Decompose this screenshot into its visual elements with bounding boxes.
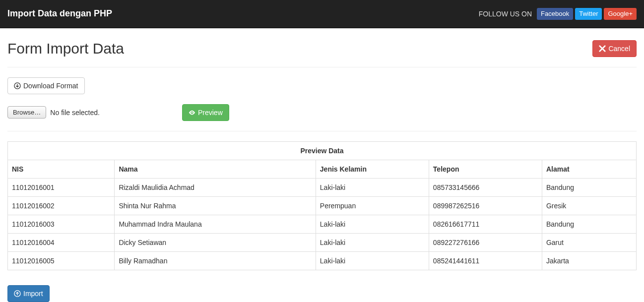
cell-nama: Rizaldi Maulidia Achmad — [115, 178, 316, 196]
preview-table: Preview Data NIS Nama Jenis Kelamin Tele… — [7, 141, 637, 270]
navbar-right: FOLLOW US ON Facebook Twitter Google+ — [479, 8, 637, 20]
import-label: Import — [23, 289, 43, 299]
twitter-button[interactable]: Twitter — [575, 8, 602, 20]
header-jk: Jenis Kelamin — [316, 160, 429, 178]
main-container: Form Import Data Cancel Download Format … — [0, 28, 644, 302]
cell-alamat: Gresik — [542, 196, 636, 215]
table-row: 11012016001 Rizaldi Maulidia Achmad Laki… — [8, 178, 637, 196]
table-body: 11012016001 Rizaldi Maulidia Achmad Laki… — [8, 178, 637, 270]
cell-nis: 11012016003 — [8, 215, 115, 233]
cell-alamat: Bandung — [542, 215, 636, 233]
facebook-button[interactable]: Facebook — [537, 8, 573, 20]
download-format-button[interactable]: Download Format — [7, 77, 85, 94]
download-format-label: Download Format — [23, 81, 78, 91]
cell-nis: 11012016004 — [8, 233, 115, 251]
upload-row: Browse… No file selected. Preview — [7, 104, 637, 121]
navbar-brand[interactable]: Import Data dengan PHP — [7, 0, 112, 28]
page-title: Form Import Data — [7, 38, 124, 60]
browse-button[interactable]: Browse… — [7, 106, 46, 119]
import-button[interactable]: Import — [7, 285, 50, 302]
cell-jk: Laki-laki — [316, 215, 429, 233]
cell-telepon: 089227276166 — [429, 233, 542, 251]
navbar: Import Data dengan PHP FOLLOW US ON Face… — [0, 0, 644, 28]
import-section: Import — [7, 285, 637, 302]
cell-telepon: 085733145666 — [429, 178, 542, 196]
cancel-button[interactable]: Cancel — [592, 40, 637, 57]
cell-telepon: 085241441611 — [429, 251, 542, 270]
cell-telepon: 082616617711 — [429, 215, 542, 233]
cell-jk: Perempuan — [316, 196, 429, 215]
preview-button[interactable]: Preview — [182, 104, 229, 121]
divider — [7, 131, 637, 131]
preview-label: Preview — [198, 108, 223, 118]
header-telepon: Telepon — [429, 160, 542, 178]
cell-nama: Dicky Setiawan — [115, 233, 316, 251]
follow-us-text: FOLLOW US ON — [479, 9, 532, 19]
table-row: 11012016003 Muhammad Indra Maulana Laki-… — [8, 215, 637, 233]
cell-alamat: Jakarta — [542, 251, 636, 270]
table-row: 11012016002 Shinta Nur Rahma Perempuan 0… — [8, 196, 637, 215]
header-nama: Nama — [115, 160, 316, 178]
table-title: Preview Data — [8, 141, 637, 160]
svg-point-1 — [192, 112, 193, 113]
close-icon — [599, 45, 606, 52]
file-selected-label: No file selected. — [50, 108, 100, 118]
cell-nis: 11012016005 — [8, 251, 115, 270]
eye-icon — [189, 109, 195, 116]
cell-telepon: 089987262516 — [429, 196, 542, 215]
cancel-label: Cancel — [608, 44, 630, 54]
cell-nama: Billy Ramadhan — [115, 251, 316, 270]
cell-nama: Shinta Nur Rahma — [115, 196, 316, 215]
table-row: 11012016004 Dicky Setiawan Laki-laki 089… — [8, 233, 637, 251]
cell-jk: Laki-laki — [316, 233, 429, 251]
cell-nis: 11012016001 — [8, 178, 115, 196]
cell-jk: Laki-laki — [316, 251, 429, 270]
cell-alamat: Bandung — [542, 178, 636, 196]
download-icon — [14, 82, 21, 89]
page-header: Form Import Data Cancel — [7, 38, 637, 67]
upload-icon — [14, 290, 21, 297]
file-input[interactable]: Browse… No file selected. — [7, 106, 100, 119]
cell-nis: 11012016002 — [8, 196, 115, 215]
table-header-row: NIS Nama Jenis Kelamin Telepon Alamat — [8, 160, 637, 178]
cell-jk: Laki-laki — [316, 178, 429, 196]
table-row: 11012016005 Billy Ramadhan Laki-laki 085… — [8, 251, 637, 270]
google-plus-button[interactable]: Google+ — [604, 8, 637, 20]
cell-nama: Muhammad Indra Maulana — [115, 215, 316, 233]
header-alamat: Alamat — [542, 160, 636, 178]
cell-alamat: Garut — [542, 233, 636, 251]
header-nis: NIS — [8, 160, 115, 178]
